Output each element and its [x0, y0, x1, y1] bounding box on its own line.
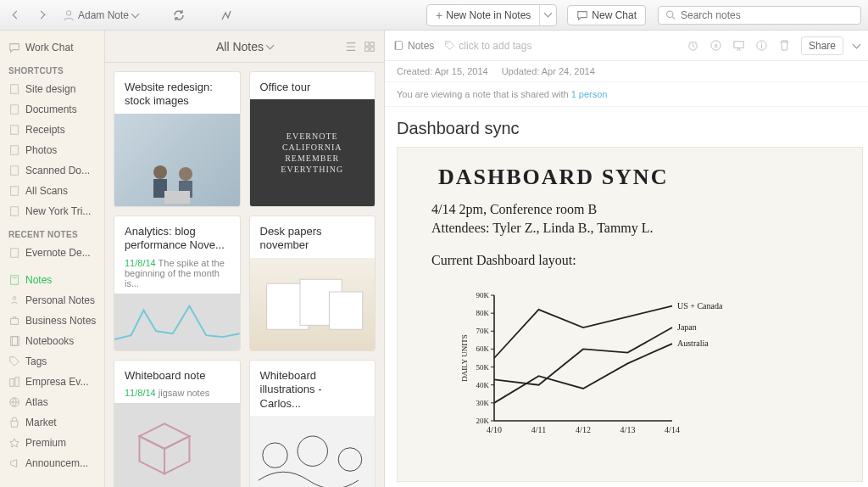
- svg-rect-9: [11, 207, 19, 216]
- note-card[interactable]: Office tourEVERNOTECALIFORNIAREMEMBEREVE…: [249, 71, 376, 207]
- shortcuts-header: SHORTCUTS: [0, 58, 104, 79]
- search-box[interactable]: [658, 6, 861, 25]
- shortcut-item[interactable]: Site design: [0, 79, 104, 99]
- nav-label: Personal Notes: [25, 294, 95, 306]
- nav-item[interactable]: Notebooks: [0, 331, 104, 351]
- updated-label: Updated:: [502, 66, 540, 76]
- account-dropdown[interactable]: Adam Note: [56, 6, 145, 25]
- sidebar: Work Chat SHORTCUTS Site designDocuments…: [0, 31, 105, 487]
- search-input[interactable]: [681, 9, 854, 21]
- hw-line2: Attendees: Tyler Z., Linda B., Tammy L.: [431, 221, 654, 236]
- nav-item[interactable]: Market: [0, 412, 104, 433]
- shortcut-label: All Scans: [25, 185, 68, 197]
- nav-item[interactable]: Premium: [0, 433, 104, 453]
- notebook-icon: [393, 40, 404, 51]
- card-title: Analytics: blog performance Nove...: [114, 216, 240, 258]
- view-grid-button[interactable]: [364, 41, 376, 53]
- card-thumbnail: [250, 258, 376, 351]
- nav-icon: [8, 274, 20, 286]
- svg-rect-3: [11, 85, 19, 94]
- list-icon: [345, 41, 357, 53]
- shortcut-item[interactable]: New York Tri...: [0, 201, 104, 221]
- svg-rect-28: [164, 191, 190, 204]
- nav-item[interactable]: Personal Notes: [0, 290, 104, 311]
- hw-line3: Current Dashboard layout:: [431, 253, 576, 268]
- note-card[interactable]: Website redesign: stock images: [114, 71, 241, 207]
- nav-item[interactable]: Tags: [0, 351, 104, 372]
- nav-back-button[interactable]: [7, 8, 26, 21]
- nav-item[interactable]: Empresa Ev...: [0, 372, 104, 392]
- info-button[interactable]: [755, 39, 768, 52]
- note-card[interactable]: Analytics: blog performance Nove...11/8/…: [114, 216, 241, 351]
- created-label: Created:: [397, 66, 432, 76]
- svg-rect-18: [15, 378, 19, 387]
- search-icon: [665, 9, 676, 20]
- nav-item[interactable]: Notes: [0, 270, 104, 290]
- svg-rect-35: [395, 42, 402, 50]
- present-icon: [732, 39, 745, 52]
- nav-icon: [8, 396, 20, 408]
- sync-button[interactable]: [165, 5, 192, 25]
- info-icon: [755, 39, 768, 52]
- note-body[interactable]: DASHBOARD SYNC 4/14 2pm, Conference room…: [397, 147, 863, 482]
- share-button[interactable]: Share: [801, 36, 843, 55]
- grid-icon: [364, 41, 376, 53]
- note-list-title-dropdown[interactable]: All Notes: [216, 40, 273, 53]
- nav-item[interactable]: Announcem...: [0, 453, 104, 473]
- new-chat-button[interactable]: New Chat: [567, 5, 646, 25]
- svg-text:4/14: 4/14: [665, 425, 680, 434]
- shortcut-item[interactable]: Documents: [0, 99, 104, 120]
- nav-icon: [8, 315, 20, 327]
- svg-point-37: [448, 42, 449, 44]
- work-chat-button[interactable]: Work Chat: [0, 37, 104, 58]
- nav-icon: [8, 294, 20, 306]
- chat-icon: [8, 42, 20, 53]
- new-note-button[interactable]: + New Note in Notes: [427, 5, 540, 25]
- shortcut-item[interactable]: All Scans: [0, 181, 104, 201]
- note-icon: [8, 144, 20, 156]
- svg-rect-11: [11, 276, 19, 285]
- updated-value: Apr 24, 2014: [542, 66, 595, 76]
- nav-label: Empresa Ev...: [25, 376, 88, 388]
- svg-rect-14: [11, 318, 19, 324]
- note-grid: Website redesign: stock imagesOffice tou…: [105, 63, 384, 487]
- nav-item[interactable]: Atlas: [0, 392, 104, 412]
- card-title: Desk papers november: [250, 216, 376, 258]
- delete-button[interactable]: [778, 39, 791, 52]
- note-card[interactable]: Whiteboard illustrations - Carlos...: [249, 360, 376, 487]
- activity-button[interactable]: [213, 5, 240, 25]
- reminder-button[interactable]: [687, 39, 699, 52]
- chevron-down-icon: [266, 42, 275, 50]
- share-dropdown[interactable]: [854, 40, 860, 52]
- nav-forward-button[interactable]: [31, 8, 51, 21]
- new-note-dropdown[interactable]: [540, 5, 556, 25]
- new-note-label: New Note in Notes: [446, 9, 531, 21]
- svg-text:DAILY UNITS: DAILY UNITS: [460, 334, 469, 382]
- shortcut-item[interactable]: Scanned Do...: [0, 160, 104, 181]
- shortcut-item[interactable]: Receipts: [0, 120, 104, 140]
- svg-point-24: [153, 165, 167, 179]
- present-button[interactable]: [732, 39, 745, 52]
- notebook-selector[interactable]: Notes: [393, 40, 434, 52]
- hw-title: DASHBOARD SYNC: [438, 165, 668, 190]
- nav-item[interactable]: Business Notes: [0, 311, 104, 331]
- annotate-button[interactable]: a: [709, 39, 722, 52]
- recent-label: Evernote De...: [25, 247, 91, 259]
- svg-rect-7: [11, 166, 19, 176]
- svg-rect-4: [11, 105, 19, 115]
- svg-point-33: [298, 436, 327, 466]
- note-title[interactable]: Dashboard sync: [385, 107, 868, 147]
- view-list-button[interactable]: [345, 41, 357, 53]
- tags-field[interactable]: click to add tags: [444, 40, 531, 52]
- svg-text:30K: 30K: [476, 399, 490, 407]
- note-meta: Created: Apr 15, 2014 Updated: Apr 24, 2…: [385, 61, 868, 82]
- shortcut-item[interactable]: Photos: [0, 140, 104, 160]
- svg-point-34: [338, 448, 362, 472]
- note-card[interactable]: Whiteboard note11/8/14 jigsaw notes: [114, 360, 241, 487]
- sketch-chart: 90K80K70K60K50K40K30K20K4/104/114/124/13…: [457, 290, 745, 443]
- note-card[interactable]: Desk papers november: [249, 216, 376, 351]
- share-banner-link[interactable]: 1 person: [571, 89, 608, 99]
- chat-icon: [576, 9, 588, 21]
- svg-point-13: [13, 297, 16, 300]
- recent-item[interactable]: Evernote De...: [0, 243, 104, 263]
